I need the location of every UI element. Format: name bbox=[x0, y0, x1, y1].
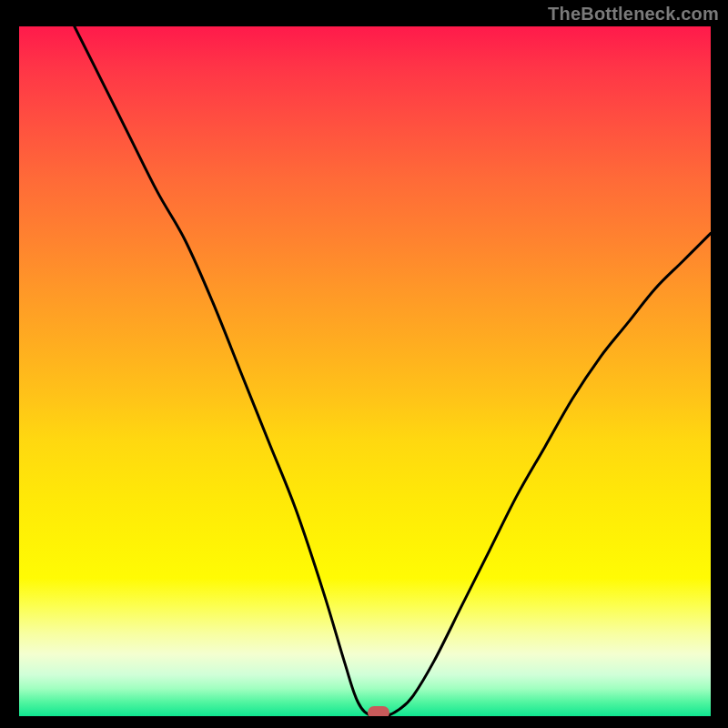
curve-svg bbox=[19, 26, 711, 716]
chart-frame: TheBottleneck.com bbox=[0, 0, 728, 728]
optimum-marker bbox=[368, 706, 389, 716]
plot-area bbox=[19, 26, 711, 716]
bottleneck-curve bbox=[75, 26, 711, 716]
watermark-text: TheBottleneck.com bbox=[548, 4, 719, 25]
